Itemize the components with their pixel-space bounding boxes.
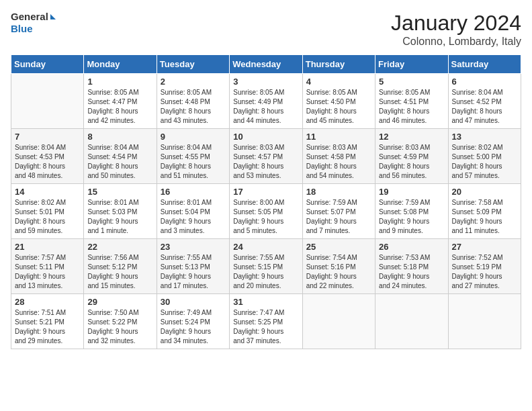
day-info: Sunrise: 8:04 AMSunset: 4:55 PMDaylight:… (161, 143, 226, 181)
header-day-thursday: Thursday (302, 55, 375, 74)
calendar-cell: 19Sunrise: 7:59 AMSunset: 5:08 PMDayligh… (375, 184, 448, 239)
calendar-cell: 18Sunrise: 7:59 AMSunset: 5:07 PMDayligh… (302, 184, 375, 239)
day-info: Sunrise: 7:58 AMSunset: 5:09 PMDaylight:… (452, 198, 517, 236)
day-number: 31 (233, 297, 298, 307)
day-info: Sunrise: 7:53 AMSunset: 5:18 PMDaylight:… (379, 253, 444, 291)
week-row-5: 28Sunrise: 7:51 AMSunset: 5:21 PMDayligh… (11, 294, 521, 349)
day-info: Sunrise: 7:59 AMSunset: 5:07 PMDaylight:… (306, 198, 371, 236)
day-info: Sunrise: 8:04 AMSunset: 4:52 PMDaylight:… (452, 88, 517, 126)
calendar-cell: 16Sunrise: 8:01 AMSunset: 5:04 PMDayligh… (157, 184, 229, 239)
day-number: 18 (306, 187, 371, 197)
day-number: 30 (161, 297, 226, 307)
day-number: 6 (452, 77, 517, 87)
logo-blue: Blue (11, 23, 56, 35)
day-info: Sunrise: 7:47 AMSunset: 5:25 PMDaylight:… (233, 308, 298, 346)
calendar-cell (375, 294, 448, 349)
day-number: 8 (87, 132, 152, 142)
calendar-cell (302, 294, 375, 349)
header-day-tuesday: Tuesday (157, 55, 229, 74)
day-info: Sunrise: 8:01 AMSunset: 5:03 PMDaylight:… (87, 198, 152, 236)
calendar-cell: 27Sunrise: 7:52 AMSunset: 5:19 PMDayligh… (448, 239, 521, 294)
day-number: 15 (87, 187, 152, 197)
calendar-cell: 25Sunrise: 7:54 AMSunset: 5:16 PMDayligh… (302, 239, 375, 294)
calendar-cell: 4Sunrise: 8:05 AMSunset: 4:50 PMDaylight… (302, 74, 375, 129)
day-info: Sunrise: 8:05 AMSunset: 4:50 PMDaylight:… (306, 88, 371, 126)
day-info: Sunrise: 7:57 AMSunset: 5:11 PMDaylight:… (15, 253, 80, 291)
logo-text: General Blue (11, 11, 56, 35)
day-number: 14 (15, 187, 80, 197)
day-number: 24 (233, 242, 298, 252)
day-info: Sunrise: 7:56 AMSunset: 5:12 PMDaylight:… (87, 253, 152, 291)
logo-arrow-icon (50, 14, 56, 19)
header-day-sunday: Sunday (11, 55, 84, 74)
day-number: 17 (233, 187, 298, 197)
calendar-cell: 28Sunrise: 7:51 AMSunset: 5:21 PMDayligh… (11, 294, 84, 349)
day-number: 16 (161, 187, 226, 197)
day-info: Sunrise: 8:04 AMSunset: 4:54 PMDaylight:… (87, 143, 152, 181)
calendar-cell: 1Sunrise: 8:05 AMSunset: 4:47 PMDaylight… (84, 74, 157, 129)
calendar-cell: 13Sunrise: 8:02 AMSunset: 5:00 PMDayligh… (448, 129, 521, 184)
day-number: 19 (379, 187, 444, 197)
day-info: Sunrise: 8:03 AMSunset: 4:58 PMDaylight:… (306, 143, 371, 181)
header-row: SundayMondayTuesdayWednesdayThursdayFrid… (11, 55, 521, 74)
calendar-cell: 12Sunrise: 8:03 AMSunset: 4:59 PMDayligh… (375, 129, 448, 184)
day-info: Sunrise: 7:55 AMSunset: 5:15 PMDaylight:… (233, 253, 298, 291)
calendar-cell: 6Sunrise: 8:04 AMSunset: 4:52 PMDaylight… (448, 74, 521, 129)
logo-general: General (11, 11, 56, 23)
calendar-cell: 2Sunrise: 8:05 AMSunset: 4:48 PMDaylight… (157, 74, 229, 129)
calendar-cell: 17Sunrise: 8:00 AMSunset: 5:05 PMDayligh… (230, 184, 302, 239)
calendar-cell: 29Sunrise: 7:50 AMSunset: 5:22 PMDayligh… (84, 294, 157, 349)
calendar-cell: 31Sunrise: 7:47 AMSunset: 5:25 PMDayligh… (230, 294, 302, 349)
day-number: 23 (161, 242, 226, 252)
day-number: 11 (306, 132, 371, 142)
day-number: 12 (379, 132, 444, 142)
calendar-cell: 15Sunrise: 8:01 AMSunset: 5:03 PMDayligh… (84, 184, 157, 239)
day-info: Sunrise: 8:02 AMSunset: 5:00 PMDaylight:… (452, 143, 517, 181)
week-row-1: 1Sunrise: 8:05 AMSunset: 4:47 PMDaylight… (11, 74, 521, 129)
day-info: Sunrise: 8:04 AMSunset: 4:53 PMDaylight:… (15, 143, 80, 181)
day-info: Sunrise: 7:51 AMSunset: 5:21 PMDaylight:… (15, 308, 80, 346)
day-info: Sunrise: 7:59 AMSunset: 5:08 PMDaylight:… (379, 198, 444, 236)
day-info: Sunrise: 8:03 AMSunset: 4:59 PMDaylight:… (379, 143, 444, 181)
day-number: 10 (233, 132, 298, 142)
day-info: Sunrise: 8:05 AMSunset: 4:48 PMDaylight:… (161, 88, 226, 126)
day-info: Sunrise: 8:05 AMSunset: 4:49 PMDaylight:… (233, 88, 298, 126)
day-info: Sunrise: 8:00 AMSunset: 5:05 PMDaylight:… (233, 198, 298, 236)
day-info: Sunrise: 7:52 AMSunset: 5:19 PMDaylight:… (452, 253, 517, 291)
week-row-4: 21Sunrise: 7:57 AMSunset: 5:11 PMDayligh… (11, 239, 521, 294)
day-number: 3 (233, 77, 298, 87)
calendar-cell: 22Sunrise: 7:56 AMSunset: 5:12 PMDayligh… (84, 239, 157, 294)
header-day-friday: Friday (375, 55, 448, 74)
day-info: Sunrise: 7:55 AMSunset: 5:13 PMDaylight:… (161, 253, 226, 291)
week-row-2: 7Sunrise: 8:04 AMSunset: 4:53 PMDaylight… (11, 129, 521, 184)
calendar-cell: 9Sunrise: 8:04 AMSunset: 4:55 PMDaylight… (157, 129, 229, 184)
day-number: 7 (15, 132, 80, 142)
calendar-cell: 23Sunrise: 7:55 AMSunset: 5:13 PMDayligh… (157, 239, 229, 294)
logo: General Blue (11, 11, 56, 35)
calendar-cell: 5Sunrise: 8:05 AMSunset: 4:51 PMDaylight… (375, 74, 448, 129)
title-block: January 2024 Colonno, Lombardy, Italy (391, 11, 521, 48)
location-title: Colonno, Lombardy, Italy (391, 36, 521, 48)
day-info: Sunrise: 8:01 AMSunset: 5:04 PMDaylight:… (161, 198, 226, 236)
calendar-cell (448, 294, 521, 349)
calendar-cell: 30Sunrise: 7:49 AMSunset: 5:24 PMDayligh… (157, 294, 229, 349)
day-number: 27 (452, 242, 517, 252)
day-number: 25 (306, 242, 371, 252)
header-day-saturday: Saturday (448, 55, 521, 74)
day-number: 21 (15, 242, 80, 252)
day-info: Sunrise: 7:50 AMSunset: 5:22 PMDaylight:… (87, 308, 152, 346)
calendar-cell: 26Sunrise: 7:53 AMSunset: 5:18 PMDayligh… (375, 239, 448, 294)
day-number: 1 (87, 77, 152, 87)
calendar-cell (11, 74, 84, 129)
day-info: Sunrise: 8:05 AMSunset: 4:51 PMDaylight:… (379, 88, 444, 126)
calendar-cell: 10Sunrise: 8:03 AMSunset: 4:57 PMDayligh… (230, 129, 302, 184)
day-number: 4 (306, 77, 371, 87)
calendar-table: SundayMondayTuesdayWednesdayThursdayFrid… (11, 54, 521, 349)
calendar-cell: 3Sunrise: 8:05 AMSunset: 4:49 PMDaylight… (230, 74, 302, 129)
day-number: 29 (87, 297, 152, 307)
day-number: 5 (379, 77, 444, 87)
header-day-wednesday: Wednesday (230, 55, 302, 74)
calendar-cell: 7Sunrise: 8:04 AMSunset: 4:53 PMDaylight… (11, 129, 84, 184)
day-info: Sunrise: 7:49 AMSunset: 5:24 PMDaylight:… (161, 308, 226, 346)
day-info: Sunrise: 8:02 AMSunset: 5:01 PMDaylight:… (15, 198, 80, 236)
